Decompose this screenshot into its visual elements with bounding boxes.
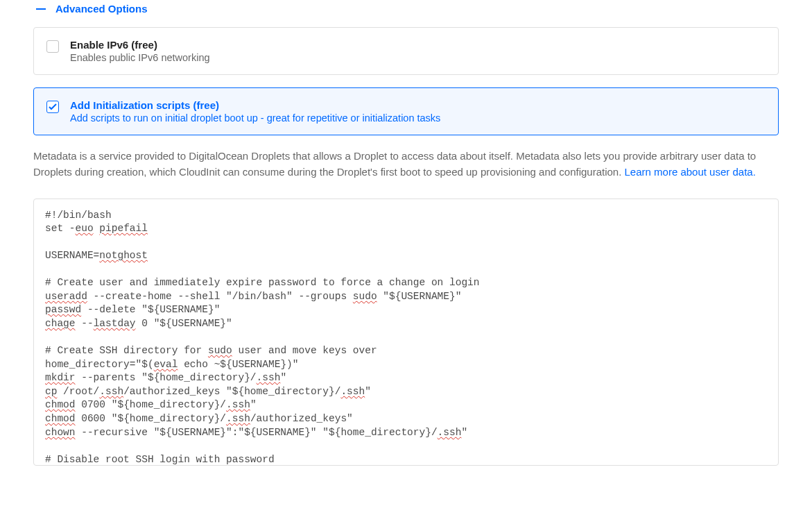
script-word: chown [45, 427, 76, 438]
script-line: --create-home --shell "/bin/bash" --grou… [87, 291, 353, 302]
script-word: cp [45, 386, 57, 397]
script-line: --recursive "${USERNAME}":"${USERNAME}" … [76, 427, 438, 438]
script-word: euo [76, 223, 94, 234]
script-word: .ssh [226, 413, 250, 424]
script-line: " [280, 372, 286, 383]
script-word: .ssh [257, 372, 281, 383]
script-word: lastday [94, 318, 136, 329]
check-icon [49, 103, 57, 110]
script-word: mkdir [45, 372, 76, 383]
ipv6-title: Enable IPv6 (free) [70, 39, 210, 51]
script-line: # Disable root SSH login with password [45, 454, 275, 465]
script-line: # Create user and immediately expire pas… [45, 277, 480, 288]
script-line: " [250, 399, 257, 410]
script-word: sudo [353, 291, 377, 302]
script-line: 0700 "${home_directory}/ [76, 399, 227, 410]
script-word: .ssh [99, 386, 123, 397]
script-line: echo ~${USERNAME})" [178, 359, 298, 370]
minus-icon [36, 8, 46, 10]
script-word: chmod [45, 413, 76, 424]
init-scripts-subtitle: Add scripts to run on initial droplet bo… [70, 112, 440, 124]
script-word: .ssh [340, 386, 365, 397]
script-line: /root/ [57, 386, 99, 397]
ipv6-option-card[interactable]: Enable IPv6 (free) Enables public IPv6 n… [33, 27, 779, 75]
init-scripts-text: Add Initialization scripts (free) Add sc… [70, 99, 440, 124]
script-word: eval [154, 359, 178, 370]
advanced-options-toggle[interactable]: Advanced Options [33, 3, 779, 15]
init-scripts-title: Add Initialization scripts (free) [70, 99, 440, 111]
script-line: 0600 "${home_directory}/ [76, 413, 227, 424]
ipv6-checkbox[interactable] [46, 40, 59, 53]
script-word: useradd [45, 291, 87, 302]
user-data-textarea[interactable]: #!/bin/bash set -euo pipefail USERNAME=n… [33, 199, 779, 466]
advanced-options-label: Advanced Options [55, 3, 148, 15]
script-word: sudo [208, 345, 232, 356]
script-word: notghost [99, 250, 148, 261]
script-line: USERNAME= [45, 250, 99, 261]
script-line: "${USERNAME}" [377, 291, 462, 302]
script-word: .ssh [438, 427, 462, 438]
script-line: user and move keys over [232, 345, 377, 356]
script-line: home_directory="$( [45, 359, 154, 370]
init-scripts-option-card[interactable]: Add Initialization scripts (free) Add sc… [33, 87, 779, 135]
script-line: #!/bin/bash [45, 210, 112, 221]
ipv6-text: Enable IPv6 (free) Enables public IPv6 n… [70, 39, 210, 63]
learn-more-link[interactable]: Learn more about user data. [625, 166, 756, 178]
ipv6-subtitle: Enables public IPv6 networking [70, 52, 210, 63]
script-line: /authorized_keys "${home_directory}/ [123, 386, 340, 397]
script-word: .ssh [226, 399, 250, 410]
script-word: passwd [45, 304, 81, 315]
script-line: 0 "${USERNAME}" [136, 318, 232, 329]
script-line: " [461, 427, 467, 438]
script-line: --delete "${USERNAME}" [81, 304, 220, 315]
script-line: # Create SSH directory for [45, 345, 208, 356]
script-word: chmod [45, 399, 76, 410]
script-line: set - [45, 223, 76, 234]
script-line: --parents "${home_directory}/ [76, 372, 257, 383]
script-word: chage [45, 318, 76, 329]
script-line: " [365, 386, 371, 397]
script-word: pipefail [99, 223, 148, 234]
script-line: /authorized_keys" [250, 413, 353, 424]
init-scripts-checkbox[interactable] [46, 101, 59, 113]
metadata-description: Metadata is a service provided to Digita… [33, 148, 779, 180]
script-line: -- [76, 318, 94, 329]
